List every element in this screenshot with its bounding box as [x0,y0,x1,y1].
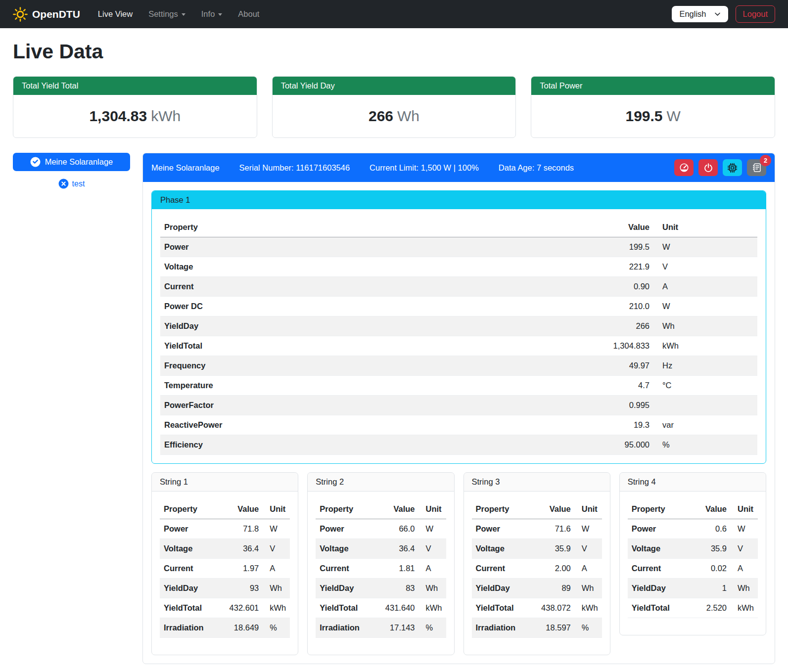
column-property: Property [160,218,599,237]
x-circle-icon [58,179,69,189]
string-body: Property Value Unit Power71.6WVoltage35.… [464,492,610,655]
inverter-selected-button[interactable]: Meine Solaranlage [13,153,130,171]
nav-item-info[interactable]: Info [201,9,223,19]
property-cell: ReactivePower [160,415,599,435]
value-cell: 221.9 [599,257,653,277]
unit-cell: % [653,435,757,455]
card-header: Total Yield Total [13,77,257,95]
phase-title: Phase 1 [152,191,766,209]
column-value: Value [537,499,575,519]
string-3-card: String 3 Property Value Unit [464,472,610,655]
unit-cell: Wh [575,579,602,598]
column-property: Property [628,499,694,519]
value-cell: 17.143 [381,618,419,638]
string-body: Property Value Unit Power66.0WVoltage36.… [308,492,454,655]
chevron-down-icon [218,13,222,16]
column-unit: Unit [575,499,602,519]
strings-row: String 1 Property Value Unit [151,472,766,655]
property-cell: Voltage [160,257,599,277]
value-cell: 2.00 [537,559,575,579]
logout-button[interactable]: Logout [736,5,775,23]
value-cell: 93 [226,579,263,598]
value-cell: 0.995 [599,396,653,415]
table-row: YieldDay1Wh [628,579,758,598]
unit-cell: Wh [419,579,446,598]
inverter-selected-label: Meine Solaranlage [45,157,113,167]
table-row: Power199.5W [160,237,757,257]
inverter-item-test[interactable]: test [13,179,130,189]
value-cell: 18.597 [537,618,575,638]
unit-cell: A [653,277,757,297]
event-log-button[interactable]: 2 [747,159,766,176]
table-row: YieldTotal432.601kWh [160,598,290,618]
inverter-limit: Current Limit: 1,500 W | 100% [370,163,479,173]
table-row: Voltage36.4V [316,539,446,559]
phase-table: Property Value Unit Power199.5WVoltage22… [160,218,757,455]
value-cell: 210.0 [599,297,653,316]
limit-settings-button[interactable] [674,159,694,176]
value-cell: 66.0 [381,519,419,539]
nav-links: Live View Settings Info About [98,9,260,19]
table-row: Power66.0W [316,519,446,539]
property-cell: Irradiation [472,618,538,638]
nav-item-settings[interactable]: Settings [148,9,185,19]
string-title: String 1 [152,473,298,492]
main-content: Meine Solaranlage test Meine Solaranlage… [13,153,775,664]
column-unit: Unit [263,499,290,519]
table-row: Irradiation17.143% [316,618,446,638]
table-row: YieldTotal1,304.833kWh [160,336,757,356]
table-row: Irradiation18.597% [472,618,602,638]
value-cell: 0.90 [599,277,653,297]
power-icon [703,163,713,173]
nav-item-live-view[interactable]: Live View [98,9,133,19]
unit-cell: A [575,559,602,579]
inverter-sidebar: Meine Solaranlage test [13,153,130,189]
value-cell: 83 [381,579,419,598]
property-cell: Voltage [472,539,538,559]
unit-cell: Wh [653,316,757,336]
power-settings-button[interactable] [698,159,718,176]
property-cell: Frequency [160,356,599,376]
property-cell: Power [472,519,538,539]
chevron-down-icon [714,11,721,17]
column-value: Value [381,499,419,519]
table-row: Efficiency95.000% [160,435,757,455]
event-count-badge: 2 [760,155,771,166]
property-cell: Voltage [160,539,226,559]
unit-cell: kWh [731,598,758,618]
value-cell: 4.7 [599,376,653,396]
value-cell: 71.8 [226,519,263,539]
table-row: YieldDay83Wh [316,579,446,598]
column-property: Property [316,499,381,519]
unit-cell: W [653,297,757,316]
property-cell: PowerFactor [160,396,599,415]
inverter-header: Meine Solaranlage Serial Number: 1161716… [143,153,775,182]
language-select[interactable]: English [672,6,728,22]
string-title: String 4 [620,473,766,492]
unit-cell: V [419,539,446,559]
table-header-row: Property Value Unit [472,499,602,519]
unit-cell [653,396,757,415]
inverter-actions: 2 [674,159,766,176]
property-cell: YieldDay [160,579,226,598]
inverter-serial: Serial Number: 116171603546 [239,163,350,173]
device-info-button[interactable] [723,159,742,176]
table-row: Voltage35.9V [472,539,602,559]
table-row: Current1.97A [160,559,290,579]
property-cell: Current [160,277,599,297]
nav-item-about[interactable]: About [238,9,259,19]
column-property: Property [472,499,538,519]
unit-cell: W [263,519,290,539]
value-cell: 89 [537,579,575,598]
table-row: Power0.6W [628,519,758,539]
property-cell: Power DC [160,297,599,316]
value-cell: 36.4 [226,539,263,559]
card-total-yield-total: Total Yield Total 1,304.83kWh [13,76,257,138]
card-value: 266 [369,108,393,124]
string-body: Property Value Unit Power0.6WVoltage35.9… [620,492,766,635]
property-cell: YieldTotal [160,336,599,356]
string-4-card: String 4 Property Value Unit [619,472,766,635]
unit-cell: Hz [653,356,757,376]
value-cell: 432.601 [226,598,263,618]
brand[interactable]: OpenDTU [13,7,80,22]
